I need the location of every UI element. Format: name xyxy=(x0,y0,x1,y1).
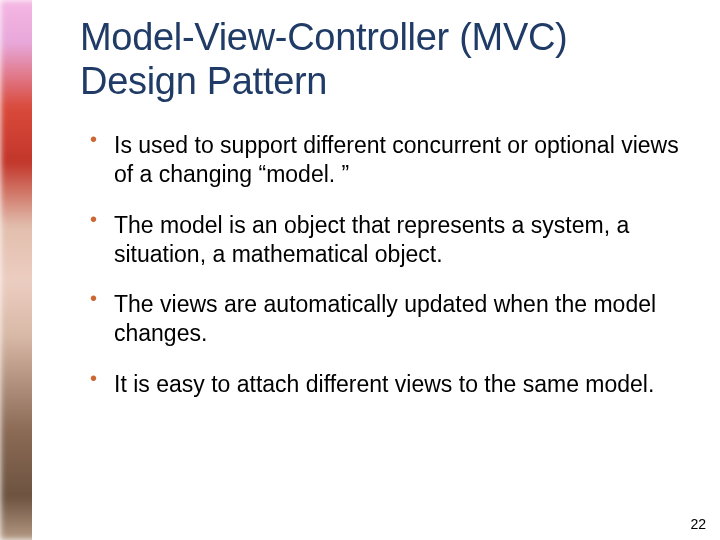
slide-title: Model-View-Controller (MVC) Design Patte… xyxy=(80,16,690,103)
page-number: 22 xyxy=(690,516,706,532)
bullet-item: Is used to support different concurrent … xyxy=(80,131,690,189)
bullet-list: Is used to support different concurrent … xyxy=(80,131,690,398)
side-white-bar xyxy=(32,0,48,540)
content-area: Model-View-Controller (MVC) Design Patte… xyxy=(80,16,690,530)
bullet-item: The views are automatically updated when… xyxy=(80,290,690,348)
slide: Model-View-Controller (MVC) Design Patte… xyxy=(0,0,720,540)
bullet-item: It is easy to attach different views to … xyxy=(80,370,690,399)
side-decoration xyxy=(0,0,48,540)
bullet-item: The model is an object that represents a… xyxy=(80,211,690,269)
